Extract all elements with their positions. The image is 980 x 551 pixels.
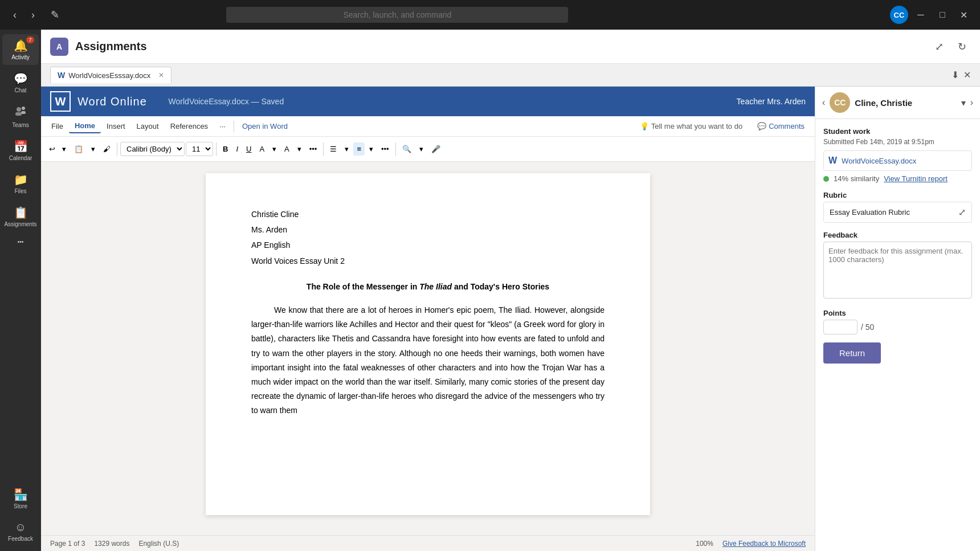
nav-forward-button[interactable]: › <box>25 7 41 23</box>
assignments-icon: 📋 <box>14 206 28 219</box>
resize-icon-button[interactable]: ⤢ <box>930 38 948 56</box>
sidebar-item-teams[interactable]: Teams <box>2 100 39 133</box>
word-area: W Word Online WorldVoiceEssay.docx — Sav… <box>41 87 980 551</box>
minimize-button[interactable]: ─ <box>912 6 930 24</box>
doc-paragraph-1: We know that there are a lot of heroes i… <box>251 303 605 418</box>
similarity-dot <box>823 176 829 182</box>
highlight-button[interactable]: A <box>256 142 268 156</box>
font-color-button[interactable]: A <box>281 142 293 156</box>
panel-nav: ‹ CC Cline, Christie ▾ › <box>815 87 980 119</box>
bold-button[interactable]: B <box>219 142 231 156</box>
activity-badge: 7 <box>26 36 34 43</box>
panel-nav-left[interactable]: ‹ <box>822 97 825 108</box>
points-input[interactable] <box>823 320 858 334</box>
format-paint-button[interactable]: 🖌 <box>100 142 114 156</box>
word-file-icon: W <box>828 156 837 166</box>
menu-more[interactable]: ··· <box>214 120 231 133</box>
edit-button[interactable]: ✎ <box>47 7 63 23</box>
sidebar-item-feedback[interactable]: ☺ Feedback <box>2 516 39 546</box>
font-name-select[interactable]: Calibri (Body) <box>120 142 185 156</box>
sidebar-item-more[interactable]: ••• <box>2 234 39 250</box>
download-button[interactable]: ⬇ <box>952 70 959 80</box>
menu-insert[interactable]: Insert <box>101 120 131 133</box>
align-more-button[interactable]: ▾ <box>366 142 377 156</box>
menu-file[interactable]: File <box>46 120 69 133</box>
menu-home[interactable]: Home <box>69 119 101 133</box>
doc-class: AP English <box>251 238 605 252</box>
files-icon: 📁 <box>14 173 28 186</box>
sidebar-item-store[interactable]: 🏪 Store <box>2 483 39 514</box>
sidebar-item-assignments[interactable]: 📋 Assignments <box>2 201 39 232</box>
undo-group: ↩ ▾ <box>46 142 70 156</box>
header-actions: ⤢ ↻ <box>930 38 971 56</box>
format-toolbar: ↩ ▾ 📋 ▾ 🖌 Calibri (Body) 11 B I <box>41 137 815 162</box>
mic-button[interactable]: 🎤 <box>428 142 444 156</box>
sidebar-item-label: Teams <box>12 122 28 128</box>
language-indicator: English (U.S) <box>138 540 179 548</box>
menu-references[interactable]: References <box>165 120 214 133</box>
search-input[interactable] <box>226 7 568 23</box>
doc-tab-close-icon[interactable]: ✕ <box>158 71 164 79</box>
font-color-more-button[interactable]: ▾ <box>294 142 305 156</box>
feedback-title: Feedback <box>823 231 972 239</box>
more-para-button[interactable]: ••• <box>378 142 393 156</box>
word-brand: Word Online <box>77 95 147 108</box>
student-dropdown-button[interactable]: ▾ <box>961 97 966 108</box>
turnitin-link[interactable]: View Turnitin report <box>884 174 948 183</box>
sidebar-item-chat[interactable]: 💬 Chat <box>2 67 39 98</box>
highlight-more-button[interactable]: ▾ <box>269 142 280 156</box>
student-file-name: WorldVoiceEssay.docx <box>842 157 916 165</box>
align-center-button[interactable]: ≡ <box>353 142 365 156</box>
sidebar-item-calendar[interactable]: 📅 Calendar <box>2 135 39 166</box>
nav-back-button[interactable]: ‹ <box>7 7 23 23</box>
doc-title-end: and Today's Hero Stories <box>452 282 549 291</box>
comments-btn[interactable]: 💬 Comments <box>752 120 810 133</box>
search-more-button[interactable]: ▾ <box>416 142 427 156</box>
undo-more-button[interactable]: ▾ <box>59 142 70 156</box>
tell-me-btn[interactable]: 💡 Tell me what you want to do <box>635 120 747 133</box>
panel-nav-right[interactable]: › <box>970 97 973 108</box>
bullets-more-button[interactable]: ▾ <box>341 142 352 156</box>
rubric-section: Rubric Essay Evaluation Rubric ⤢ <box>823 191 972 223</box>
word-filename: WorldVoiceEssay.docx — Saved <box>164 97 284 106</box>
word-tab-icon: W <box>58 71 65 80</box>
rubric-box[interactable]: Essay Evaluation Rubric ⤢ <box>823 202 972 223</box>
comment-icon: 💬 <box>757 122 766 130</box>
underline-button[interactable]: U <box>243 142 255 156</box>
avatar[interactable]: CC <box>890 6 908 24</box>
doc-tab[interactable]: W WorldVoicesEsssay.docx ✕ <box>50 67 172 83</box>
main-content: A Assignments ⤢ ↻ W WorldVoicesEsssay.do… <box>41 30 980 551</box>
ms-feedback-link[interactable]: Give Feedback to Microsoft <box>722 540 806 548</box>
open-in-word-btn[interactable]: Open in Word <box>236 120 293 133</box>
word-logo: W <box>50 91 71 112</box>
feedback-textarea[interactable] <box>823 242 972 299</box>
student-file-item[interactable]: W WorldVoiceEssay.docx <box>823 150 972 171</box>
lightbulb-icon: 💡 <box>640 122 649 130</box>
close-button[interactable]: ✕ <box>955 6 973 24</box>
italic-button[interactable]: I <box>232 142 242 156</box>
tab-close-button[interactable]: ✕ <box>963 70 971 80</box>
sidebar-item-files[interactable]: 📁 Files <box>2 168 39 199</box>
undo-button[interactable]: ↩ <box>46 142 59 156</box>
app-header: A Assignments ⤢ ↻ <box>41 30 980 64</box>
return-button[interactable]: Return <box>823 342 881 364</box>
maximize-button[interactable]: □ <box>933 6 952 24</box>
nav-buttons: ‹ › <box>7 7 41 23</box>
font-size-select[interactable]: 11 <box>186 142 213 156</box>
word-container: W Word Online WorldVoiceEssay.docx — Sav… <box>41 87 815 551</box>
rubric-expand-button[interactable]: ⤢ <box>958 207 966 218</box>
clipboard-more-button[interactable]: ▾ <box>88 142 99 156</box>
clipboard-button[interactable]: 📋 <box>71 142 87 156</box>
points-title: Points <box>823 309 972 317</box>
search-button[interactable]: 🔍 <box>399 142 415 156</box>
doc-tab-filename: WorldVoicesEsssay.docx <box>68 71 150 80</box>
bullets-button[interactable]: ☰ <box>326 142 340 156</box>
refresh-button[interactable]: ↻ <box>953 38 971 56</box>
points-total: / 50 <box>861 323 874 332</box>
sidebar-item-activity[interactable]: 🔔 7 Activity <box>2 34 39 65</box>
title-bar: ‹ › ✎ CC ─ □ ✕ <box>0 0 980 30</box>
more-formatting-button[interactable]: ••• <box>306 142 321 156</box>
svg-rect-3 <box>21 111 26 114</box>
teams-icon <box>14 105 27 120</box>
menu-layout[interactable]: Layout <box>131 120 165 133</box>
